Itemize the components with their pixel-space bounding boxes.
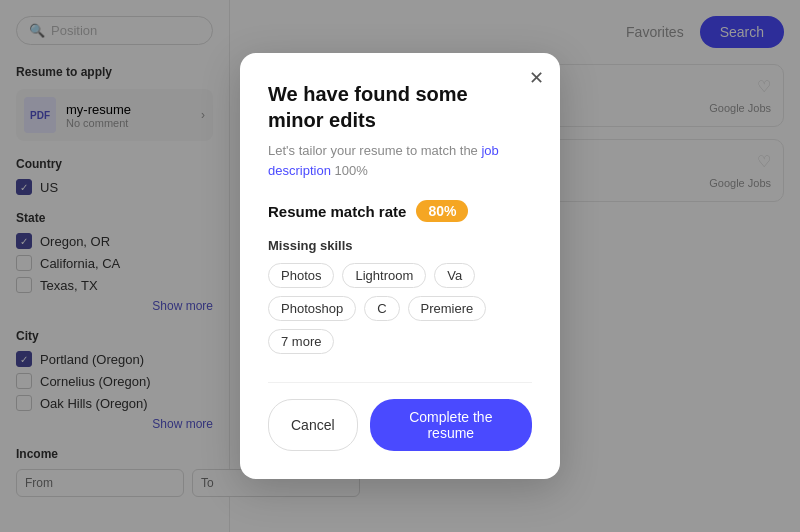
modal-title: We have found some minor edits: [268, 81, 532, 133]
close-icon[interactable]: ✕: [529, 69, 544, 87]
skill-chip-more[interactable]: 7 more: [268, 329, 334, 354]
missing-skills-label: Missing skills: [268, 238, 532, 253]
modal: ✕ We have found some minor edits Let's t…: [240, 53, 560, 479]
skill-chip-photoshop[interactable]: Photoshop: [268, 296, 356, 321]
modal-overlay: ✕ We have found some minor edits Let's t…: [0, 0, 800, 532]
complete-resume-button[interactable]: Complete the resume: [370, 399, 532, 451]
skills-grid: Photos Lightroom Va Photoshop C Premiere…: [268, 263, 532, 354]
modal-subtitle-text: Let's tailor your resume to match the: [268, 143, 478, 158]
modal-subtitle-suffix: 100%: [335, 163, 368, 178]
cancel-button[interactable]: Cancel: [268, 399, 358, 451]
skill-chip-va[interactable]: Va: [434, 263, 475, 288]
skill-chip-premiere[interactable]: Premiere: [408, 296, 487, 321]
skill-chip-photos[interactable]: Photos: [268, 263, 334, 288]
skill-chip-lightroom[interactable]: Lightroom: [342, 263, 426, 288]
modal-subtitle: Let's tailor your resume to match the jo…: [268, 141, 532, 180]
skill-chip-c[interactable]: C: [364, 296, 399, 321]
match-rate-label: Resume match rate: [268, 203, 406, 220]
match-badge: 80%: [416, 200, 468, 222]
match-rate-row: Resume match rate 80%: [268, 200, 532, 222]
modal-footer: Cancel Complete the resume: [268, 382, 532, 451]
